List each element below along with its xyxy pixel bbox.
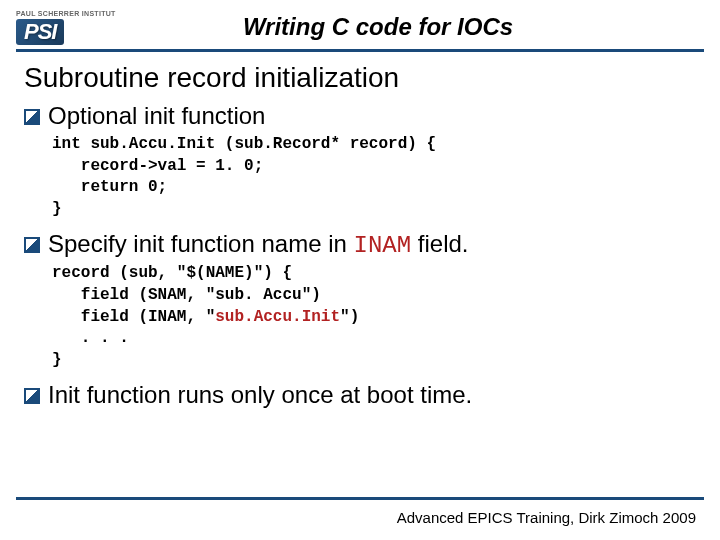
code2-l4: . . . — [52, 329, 129, 347]
bullet-1-text: Optional init function — [48, 102, 265, 130]
bullet-2-text: Specify init function name in INAM field… — [48, 230, 468, 259]
bullet-2: Specify init function name in INAM field… — [24, 230, 696, 259]
code2-l1: record (sub, "$(NAME)") { — [52, 264, 292, 282]
bullet-3: Init function runs only once at boot tim… — [24, 381, 696, 409]
code1-l1-bold: sub.Accu.Init — [90, 135, 215, 153]
inam-keyword: INAM — [354, 232, 412, 259]
psi-logo: PAUL SCHERRER INSTITUT PSI — [16, 10, 116, 43]
slide-content: Subroutine record initialization Optiona… — [0, 52, 720, 409]
code1-l2: record->val = 1. 0; — [52, 157, 263, 175]
code2-l3-pre: field (INAM, " — [52, 308, 215, 326]
bullet-1: Optional init function — [24, 102, 696, 130]
code2-l2: field (SNAM, "sub. Accu") — [52, 286, 321, 304]
bullet-3-text: Init function runs only once at boot tim… — [48, 381, 472, 409]
code-block-1: int sub.Accu.Init (sub.Record* record) {… — [52, 134, 696, 220]
code2-l5: } — [52, 351, 62, 369]
logo-mark: PSI — [16, 19, 116, 43]
code1-l3: return 0; — [52, 178, 167, 196]
footer-divider — [16, 497, 704, 500]
logo-psi-text: PSI — [16, 19, 64, 45]
slide-header: PAUL SCHERRER INSTITUT PSI Writing C cod… — [0, 0, 720, 47]
code1-l1-pre: int — [52, 135, 90, 153]
code2-l3-post: ") — [340, 308, 359, 326]
code-block-2: record (sub, "$(NAME)") { field (SNAM, "… — [52, 263, 696, 371]
code2-l3-red: sub.Accu.Init — [215, 308, 340, 326]
bullet-marker-icon — [24, 109, 40, 125]
logo-institute-text: PAUL SCHERRER INSTITUT — [16, 10, 116, 17]
slide-title: Writing C code for IOCs — [116, 13, 700, 41]
bullet-marker-icon — [24, 388, 40, 404]
code1-l1-post: (sub.Record* record) { — [215, 135, 436, 153]
bullet-marker-icon — [24, 237, 40, 253]
footer-text: Advanced EPICS Training, Dirk Zimoch 200… — [397, 509, 696, 526]
section-heading: Subroutine record initialization — [24, 62, 696, 94]
code1-l4: } — [52, 200, 62, 218]
